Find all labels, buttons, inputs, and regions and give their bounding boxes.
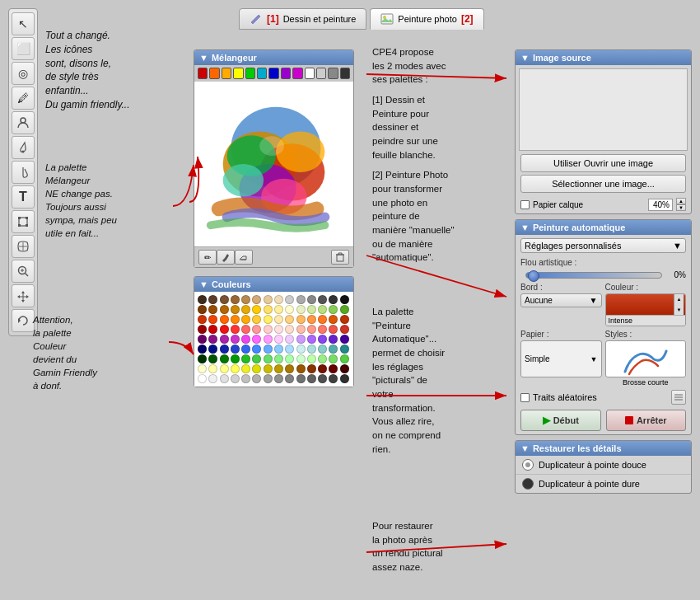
tool-brush[interactable] xyxy=(12,136,35,159)
color-dot[interactable] xyxy=(198,374,207,383)
color-dot[interactable] xyxy=(274,364,283,373)
color-dot[interactable] xyxy=(241,315,250,324)
bord-select[interactable]: Aucune ▼ xyxy=(520,293,602,307)
color-dot[interactable] xyxy=(208,335,217,344)
tool-pan[interactable] xyxy=(12,284,35,307)
color-dot[interactable] xyxy=(318,295,327,304)
swatch-green[interactable] xyxy=(245,68,255,79)
color-dot[interactable] xyxy=(340,295,349,304)
color-dot[interactable] xyxy=(318,364,327,373)
color-dot[interactable] xyxy=(329,335,338,344)
color-dot[interactable] xyxy=(220,354,229,363)
color-dot[interactable] xyxy=(198,345,207,354)
color-dot[interactable] xyxy=(296,295,306,304)
footer-dropper-btn[interactable] xyxy=(217,250,235,265)
color-dot[interactable] xyxy=(252,305,261,314)
color-dot[interactable] xyxy=(198,354,207,363)
swatch-yellow-orange[interactable] xyxy=(222,68,231,79)
color-dot[interactable] xyxy=(231,345,240,354)
color-dot[interactable] xyxy=(285,374,294,383)
color-dot[interactable] xyxy=(274,315,283,324)
color-dot[interactable] xyxy=(329,305,338,314)
footer-trash-btn[interactable] xyxy=(331,250,349,265)
color-dot[interactable] xyxy=(285,335,294,344)
color-dot[interactable] xyxy=(252,335,261,344)
color-dot[interactable] xyxy=(252,354,261,363)
color-dot[interactable] xyxy=(198,335,207,344)
color-dot[interactable] xyxy=(198,315,207,324)
traits-settings-btn[interactable] xyxy=(671,390,686,405)
color-dot[interactable] xyxy=(231,354,240,363)
color-dot[interactable] xyxy=(220,335,229,344)
color-dot[interactable] xyxy=(231,335,240,344)
color-dot[interactable] xyxy=(296,325,306,334)
color-dot[interactable] xyxy=(220,364,229,373)
swatch-lgray[interactable] xyxy=(316,68,326,79)
tool-warp[interactable] xyxy=(12,235,35,258)
color-dot[interactable] xyxy=(340,345,349,354)
radio-douce[interactable] xyxy=(522,459,534,471)
color-dot[interactable] xyxy=(318,325,327,334)
tool-clone[interactable] xyxy=(12,111,35,134)
color-dot[interactable] xyxy=(285,305,294,314)
color-dot[interactable] xyxy=(264,374,273,383)
color-dot[interactable] xyxy=(252,295,261,304)
swatch-purple[interactable] xyxy=(281,68,291,79)
swatch-white[interactable] xyxy=(305,68,315,79)
tool-text[interactable]: T xyxy=(12,185,35,209)
color-dot[interactable] xyxy=(296,305,306,314)
arreter-button[interactable]: Arrêter xyxy=(606,410,687,431)
swatch-magenta[interactable] xyxy=(292,68,302,79)
swatch-dgray[interactable] xyxy=(340,68,350,79)
transparency-stepper[interactable]: ▲ ▼ xyxy=(676,198,686,211)
color-dot[interactable] xyxy=(198,364,207,373)
color-dot[interactable] xyxy=(296,315,306,324)
color-dot[interactable] xyxy=(307,374,316,383)
color-dot[interactable] xyxy=(285,325,294,334)
color-dot[interactable] xyxy=(340,325,349,334)
color-dot[interactable] xyxy=(340,305,349,314)
color-dot[interactable] xyxy=(208,325,217,334)
tool-smudge[interactable] xyxy=(12,161,35,184)
color-dot[interactable] xyxy=(285,364,294,373)
color-dot[interactable] xyxy=(264,305,273,314)
color-dot[interactable] xyxy=(252,315,261,324)
tool-lasso[interactable]: ◎ xyxy=(12,62,35,85)
color-dot[interactable] xyxy=(208,305,217,314)
color-dot[interactable] xyxy=(231,295,240,304)
color-dot[interactable] xyxy=(340,315,349,324)
color-dot[interactable] xyxy=(307,364,316,373)
swatch-blue[interactable] xyxy=(268,68,278,79)
color-dot[interactable] xyxy=(231,315,240,324)
color-dot[interactable] xyxy=(296,364,306,373)
color-dot[interactable] xyxy=(198,295,207,304)
color-dot[interactable] xyxy=(274,345,283,354)
color-dot[interactable] xyxy=(329,295,338,304)
color-dot[interactable] xyxy=(241,354,250,363)
color-dot[interactable] xyxy=(264,325,273,334)
color-dot[interactable] xyxy=(296,345,306,354)
color-dot[interactable] xyxy=(307,315,316,324)
footer-clear-btn[interactable] xyxy=(235,250,253,265)
color-dot[interactable] xyxy=(264,295,273,304)
tool-move[interactable]: ↖ xyxy=(12,12,35,35)
color-dot[interactable] xyxy=(220,305,229,314)
stepper-down[interactable]: ▼ xyxy=(676,204,686,211)
color-dot[interactable] xyxy=(208,295,217,304)
color-dot[interactable] xyxy=(208,345,217,354)
color-dot[interactable] xyxy=(208,315,217,324)
color-dot[interactable] xyxy=(208,374,217,383)
styles-preview[interactable] xyxy=(605,340,687,377)
color-dot[interactable] xyxy=(274,354,283,363)
color-dot[interactable] xyxy=(274,305,283,314)
swatch-yellow[interactable] xyxy=(233,68,243,79)
color-dot[interactable] xyxy=(220,345,229,354)
tool-crop[interactable]: ⬜ xyxy=(12,37,35,60)
color-dot[interactable] xyxy=(241,295,250,304)
color-dot[interactable] xyxy=(307,325,316,334)
flou-slider[interactable] xyxy=(525,272,662,279)
color-dot[interactable] xyxy=(274,295,283,304)
radio-dure[interactable] xyxy=(522,478,534,490)
color-dot[interactable] xyxy=(241,305,250,314)
color-dot[interactable] xyxy=(241,325,250,334)
